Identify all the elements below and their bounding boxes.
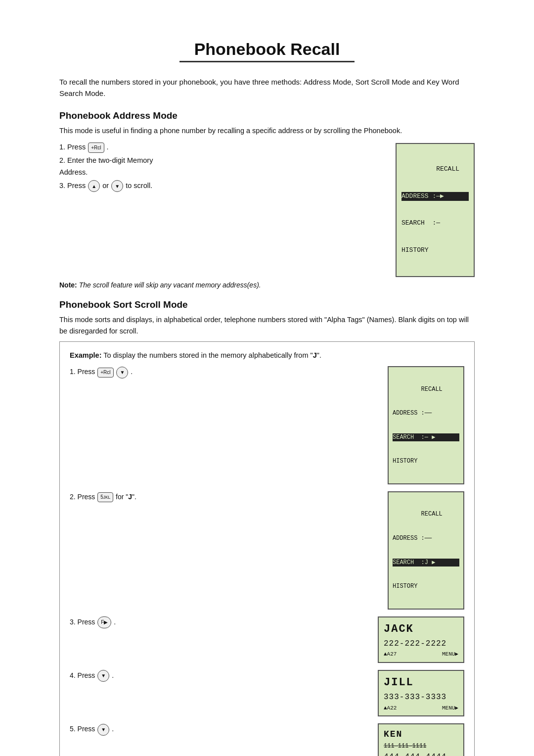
step3-text: 3. Press F▶ .: [70, 616, 368, 628]
lcd-line4: HISTORY: [401, 246, 469, 255]
section1-note: Note: The scroll feature will skip any v…: [59, 280, 475, 291]
f-key[interactable]: F▶: [97, 616, 111, 628]
jill-number: 333-333-3333: [384, 691, 458, 704]
jack-info: ▲A27 MENU▶: [384, 650, 458, 659]
intro-paragraph: To recall the numbers stored in your pho…: [59, 76, 475, 99]
jack-menu: MENU▶: [442, 650, 458, 659]
step5-text: 5. Press ▼ .: [70, 723, 368, 735]
section1-steps-area: 1. Press +Rcl . 2. Enter the two-digit M…: [59, 141, 475, 277]
step1-text: 1. Press +Rcl ▼ .: [70, 366, 378, 378]
jack-name: JACK: [384, 620, 458, 638]
list-item: 1. Press +Rcl .: [59, 141, 381, 153]
down-key[interactable]: ▼: [111, 180, 123, 192]
step2-text: 2. Press 5 JKL for "J".: [70, 491, 378, 502]
down-key-4[interactable]: ▼: [97, 724, 109, 736]
step3-lcd: JACK 222-222-2222 ▲A27 MENU▶: [378, 616, 464, 663]
section1-lcd: RECALL ADDRESS :—▶ SEARCH :— HISTORY: [396, 143, 475, 277]
rcl-key-2[interactable]: +Rcl: [97, 368, 113, 378]
example-step-1: 1. Press +Rcl ▼ . RECALL ADDRESS :—— SEA…: [70, 366, 464, 484]
list-item: 3. Press ▲ or ▼ to scroll.: [59, 180, 381, 192]
example-box: Example: To display the numbers stored i…: [59, 341, 475, 756]
page-title: Phonebook Recall: [179, 40, 355, 62]
example-intro: Example: To display the numbers stored i…: [70, 350, 464, 361]
list-item: 2. Enter the two-digit MemoryAddress.: [59, 154, 381, 179]
lcd-line3: SEARCH :—: [401, 219, 469, 228]
ken-number: 444-444-4444: [384, 751, 458, 756]
lcd-line1: RECALL: [401, 165, 469, 174]
example-step-4: 4. Press ▼ . JILL 333-333-3333 ▲A22 MENU…: [70, 670, 464, 716]
section2-title: Phonebook Sort Scroll Mode: [59, 299, 475, 310]
page-content: Phonebook Recall To recall the numbers s…: [59, 40, 475, 756]
jill-menu: MENU▶: [442, 704, 458, 713]
example-step-3: 3. Press F▶ . JACK 222-222-2222 ▲A27 MEN…: [70, 616, 464, 663]
step1-lcd: RECALL ADDRESS :—— SEARCH :— ▶ HISTORY: [388, 366, 464, 484]
page-title-wrapper: Phonebook Recall: [59, 40, 475, 62]
step2-lcd: RECALL ADDRESS :—— SEARCH :J ▶ HISTORY: [388, 491, 464, 610]
section1-desc: This mode is useful in finding a phone n…: [59, 125, 475, 136]
section1-steps-list: 1. Press +Rcl . 2. Enter the two-digit M…: [59, 141, 381, 193]
section2-desc: This mode sorts and displays, in alphabe…: [59, 314, 475, 336]
step5-lcd: KEN 111-111-1111 444-444-4444 ▲A24 MENU▶: [378, 723, 464, 756]
section1-title: Phonebook Address Mode: [59, 110, 475, 121]
example-step-2: 2. Press 5 JKL for "J". RECALL ADDRESS :…: [70, 491, 464, 610]
up-key[interactable]: ▲: [88, 180, 100, 192]
jill-tag: ▲A22: [384, 704, 397, 713]
jack-tag: ▲A27: [384, 650, 397, 659]
five-key[interactable]: 5 JKL: [97, 492, 113, 502]
down-key-3[interactable]: ▼: [97, 670, 109, 682]
step4-lcd: JILL 333-333-3333 ▲A22 MENU▶: [378, 670, 464, 716]
ken-name: KEN: [384, 727, 458, 742]
down-key-2[interactable]: ▼: [116, 367, 128, 378]
example-step-5: 5. Press ▼ . KEN 111-111-1111 444-444-44…: [70, 723, 464, 756]
jill-info: ▲A22 MENU▶: [384, 704, 458, 713]
jack-number: 222-222-2222: [384, 638, 458, 651]
step4-text: 4. Press ▼ .: [70, 670, 368, 682]
lcd-line2: ADDRESS :—▶: [401, 192, 469, 201]
jill-name: JILL: [384, 674, 458, 691]
rcl-key[interactable]: +Rcl: [88, 142, 104, 153]
